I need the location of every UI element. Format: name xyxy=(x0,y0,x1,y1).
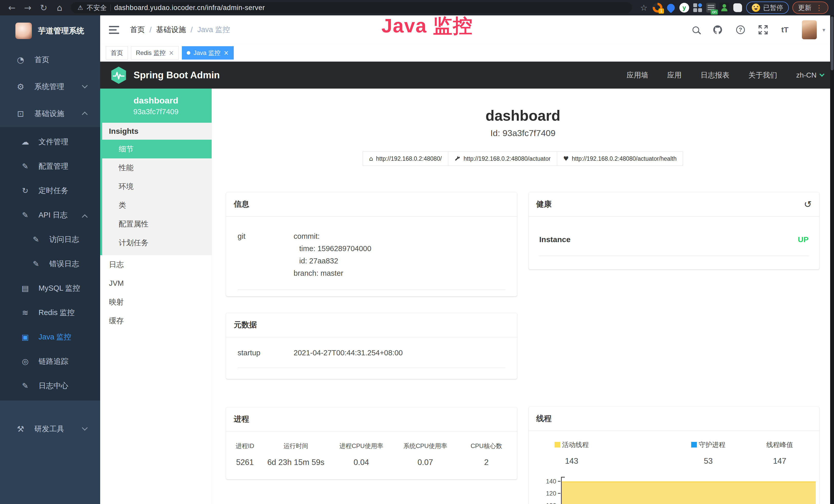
daemon-threads-swatch xyxy=(691,442,697,448)
sba-item-caches[interactable]: 缓存 xyxy=(100,312,212,330)
browser-reload-icon[interactable]: ↻ xyxy=(38,3,50,13)
sidebar-item-mysql[interactable]: ▤ MySQL 监控 xyxy=(0,276,100,300)
instance-links: ⌂ http://192.168.0.2:48080/ http://192.1… xyxy=(212,152,834,166)
sidebar-item-dev-tools[interactable]: ⚒ 研发工具 xyxy=(0,415,100,442)
sba-nav-journal[interactable]: 日志报表 xyxy=(701,70,729,80)
app-logo-row[interactable]: 芋道管理系统 xyxy=(0,16,100,46)
sidebar-item-label: 链路追踪 xyxy=(39,357,68,367)
history-icon[interactable]: ↺ xyxy=(804,199,812,209)
scrollbar-thumb[interactable] xyxy=(831,17,833,70)
sidebar-item-access-log[interactable]: ✎ 访问日志 xyxy=(0,227,100,252)
caret-down-icon[interactable]: ▾ xyxy=(822,27,825,33)
sba-item-details[interactable]: 细节 xyxy=(102,140,212,158)
tab-home[interactable]: 首页 xyxy=(106,46,128,60)
sba-item-logs[interactable]: 日志 xyxy=(100,255,212,274)
sidebar-item-infra[interactable]: ⊡ 基础设施 xyxy=(0,100,100,127)
sba-navbar: Spring Boot Admin 应用墙 应用 日志报表 关于我们 zh-CN xyxy=(100,62,834,89)
sba-section-insights: Insights xyxy=(102,123,212,140)
extension-on-badge: on xyxy=(711,9,718,15)
breadcrumb-current: Java 监控 xyxy=(197,25,230,35)
sba-brand[interactable]: Spring Boot Admin xyxy=(134,70,220,81)
extension-list-icon[interactable]: on xyxy=(706,3,716,13)
tags-view-bar: 首页 Redis 监控 × Java 监控 × xyxy=(100,44,834,62)
extension-y-icon[interactable]: y xyxy=(679,3,689,13)
avatar[interactable] xyxy=(802,20,817,39)
sidebar-item-file[interactable]: ☁ 文件管理 xyxy=(0,130,100,154)
sba-item-scheduled-tasks[interactable]: 计划任务 xyxy=(102,233,212,252)
live-threads-area xyxy=(562,481,816,504)
extensions-puzzle-icon[interactable] xyxy=(733,3,743,13)
tab-redis-monitor[interactable]: Redis 监控 × xyxy=(131,46,179,60)
edit-icon: ✎ xyxy=(30,259,42,268)
sba-item-jvm[interactable]: JVM xyxy=(100,274,212,293)
extension-drop-icon[interactable] xyxy=(666,3,676,13)
fullscreen-icon[interactable] xyxy=(758,25,768,35)
extension-orange-icon[interactable]: 1 xyxy=(653,3,662,13)
edit-icon: ✎ xyxy=(30,235,42,244)
tab-label: 首页 xyxy=(111,49,123,57)
health-url-button[interactable]: ♥ http://192.168.0.2:48080/actuator/heal… xyxy=(557,152,683,166)
sidebar-item-job[interactable]: ↻ 定时任务 xyxy=(0,179,100,203)
sidebar-item-system[interactable]: ⚙ 系统管理 xyxy=(0,73,100,100)
sidebar-item-log-center[interactable]: ✎ 日志中心 xyxy=(0,373,100,398)
sba-nav-applications[interactable]: 应用 xyxy=(667,70,682,80)
search-icon[interactable] xyxy=(693,26,699,33)
paused-badge[interactable]: 已暂停 xyxy=(746,2,789,14)
extension-grid-icon[interactable] xyxy=(693,3,702,13)
breadcrumb-infra[interactable]: 基础设施 xyxy=(156,25,186,35)
info-card: 信息 git commit: time: 1596289704000 id: 2… xyxy=(226,192,517,296)
browser-menu-icon[interactable]: ⋮ xyxy=(815,4,823,12)
dashboard-icon: ◔ xyxy=(15,55,26,65)
tab-java-monitor[interactable]: Java 监控 × xyxy=(182,46,234,60)
sba-item-mappings[interactable]: 映射 xyxy=(100,293,212,312)
service-url-button[interactable]: ⌂ http://192.168.0.2:48080/ xyxy=(363,152,448,166)
sidebar-item-java[interactable]: ▣ Java 监控 xyxy=(0,325,100,349)
browser-forward-icon[interactable]: → xyxy=(22,3,34,13)
omnibox-divider xyxy=(110,4,111,11)
help-icon[interactable]: ? xyxy=(736,25,745,34)
page-url[interactable]: dashboard.yudao.iocoder.cn/infra/admin-s… xyxy=(114,4,265,12)
health-card: 健康 ↺ Instance UP xyxy=(529,192,820,269)
sba-item-config-props[interactable]: 配置属性 xyxy=(102,215,212,233)
sba-nav-wallboard[interactable]: 应用墙 xyxy=(627,70,648,80)
threads-card: 线程 活动线程 143 守护进程 xyxy=(529,407,820,504)
sba-item-classes[interactable]: 类 xyxy=(102,196,212,215)
sidebar-item-error-log[interactable]: ✎ 错误日志 xyxy=(0,252,100,276)
sidebar-item-api-log[interactable]: ✎ API 日志 xyxy=(0,203,100,227)
breadcrumb-home[interactable]: 首页 xyxy=(130,25,145,35)
browser-scrollbar[interactable] xyxy=(830,16,834,504)
instance-title: dashboard xyxy=(212,107,834,124)
service-url: http://192.168.0.2:48080/ xyxy=(376,155,442,162)
metadata-card: 元数据 startup 2021-04-27T00:44:31.254+08:0… xyxy=(226,313,517,379)
sba-locale-label: zh-CN xyxy=(796,71,816,79)
actuator-url-button[interactable]: http://192.168.0.2:48080/actuator xyxy=(448,152,557,166)
process-values-row: 5261 6d 23h 15m 59s 0.04 0.07 2 xyxy=(226,454,517,475)
sidebar-item-redis[interactable]: ≋ Redis 监控 xyxy=(0,300,100,325)
github-icon[interactable] xyxy=(712,25,723,35)
sba-nav-about[interactable]: 关于我们 xyxy=(748,70,777,80)
sba-item-metrics[interactable]: 性能 xyxy=(102,158,212,177)
browser-home-icon[interactable]: ⌂ xyxy=(53,3,66,13)
close-icon[interactable]: × xyxy=(224,49,229,56)
hamburger-icon[interactable] xyxy=(109,24,119,36)
sba-app-header[interactable]: dashboard 93a3fc7f7409 xyxy=(100,89,212,123)
sba-locale-select[interactable]: zh-CN xyxy=(796,71,824,79)
sba-app-name: dashboard xyxy=(100,95,212,106)
tab-label: Java 监控 xyxy=(193,49,220,57)
git-row: git commit: time: 1596289704000 id: 27aa… xyxy=(238,230,505,290)
address-bar[interactable]: ⚠ 不安全 dashboard.yudao.iocoder.cn/infra/a… xyxy=(71,2,632,13)
app-title: 芋道管理系统 xyxy=(38,26,84,36)
extension-person-icon[interactable] xyxy=(720,3,729,13)
sidebar-item-trace[interactable]: ◎ 链路追踪 xyxy=(0,349,100,373)
sidebar-item-label: 错误日志 xyxy=(49,259,79,269)
process-card-title: 进程 xyxy=(226,407,517,432)
sidebar-item-home[interactable]: ◔ 首页 xyxy=(0,46,100,73)
sba-item-environment[interactable]: 环境 xyxy=(102,177,212,196)
browser-back-icon[interactable]: ← xyxy=(6,3,18,13)
sidebar-item-config[interactable]: ✎ 配置管理 xyxy=(0,154,100,179)
text-size-icon[interactable]: tT xyxy=(781,25,789,34)
update-button[interactable]: 更新 ⋮ xyxy=(792,2,828,14)
close-icon[interactable]: × xyxy=(169,49,174,56)
not-secure-label[interactable]: 不安全 xyxy=(87,3,107,12)
bookmark-star-icon[interactable]: ☆ xyxy=(640,3,648,13)
